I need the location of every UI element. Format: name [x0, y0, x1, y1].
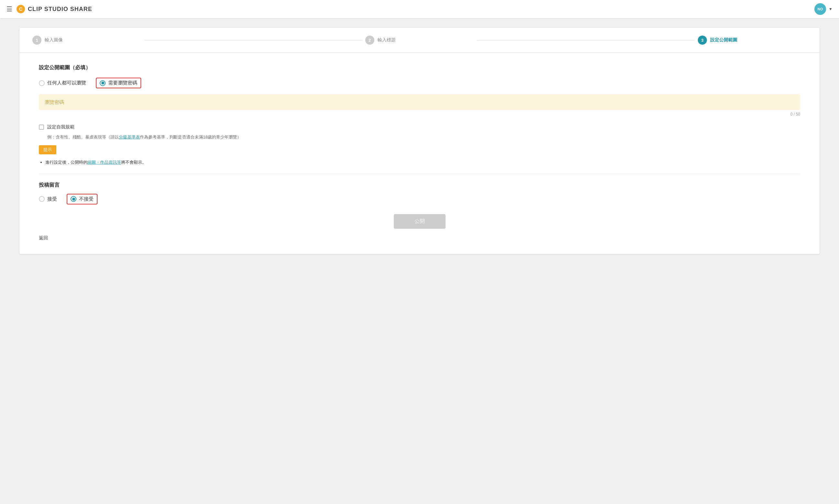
visibility-radio-group: 任何人都可以瀏覽 需要瀏覽密碼 — [39, 78, 800, 88]
header-right: NO ▼ — [815, 3, 833, 15]
step-1-label: 輸入圖像 — [45, 37, 63, 43]
step-2-label: 輸入標題 — [378, 37, 396, 43]
radio-accept-circle — [39, 196, 45, 202]
rating-link[interactable]: 分級基準表 — [119, 134, 140, 140]
step-3-label: 設定公開範圍 — [710, 37, 737, 43]
radio-password-circle — [100, 80, 106, 86]
step-divider-1 — [144, 40, 362, 40]
main-card: 1 輸入圖像 2 輸入標題 3 設定公開範圍 設定公開範圍（必填 — [19, 28, 820, 254]
bullet-after: 將不會顯示。 — [121, 160, 147, 165]
radio-reject-item[interactable]: 不接受 — [71, 196, 93, 202]
radio-accept-item[interactable]: 接受 — [39, 196, 57, 202]
desc-after: 作為參考基準，判斷是否適合未滿18歲的青少年瀏覽） — [140, 134, 241, 140]
step-2-circle: 2 — [365, 36, 374, 44]
publish-button[interactable]: 公開 — [394, 214, 446, 229]
radio-reject-label: 不接受 — [79, 196, 93, 202]
publish-btn-area: 公開 — [39, 214, 800, 229]
hint-item: 進行設定後，公開時的縮圖・作品資訊等將不會顯示。 — [45, 159, 800, 166]
radio-password-label: 需要瀏覽密碼 — [108, 80, 137, 86]
self-regulation-desc: 例：含有性、殘酷、暴虐表現等（請以分級基準表作為參考基準，判斷是否適合未滿18歲… — [47, 134, 800, 141]
bullet-before: 進行設定後，公開時的 — [45, 160, 87, 165]
self-regulation-checkbox[interactable] — [39, 125, 44, 130]
comments-title: 投稿留言 — [39, 182, 800, 188]
avatar[interactable]: NO — [815, 3, 826, 15]
radio-password-highlight: 需要瀏覽密碼 — [96, 78, 141, 88]
radio-reject-circle — [71, 196, 76, 202]
svg-text:C: C — [19, 6, 23, 12]
radio-reject-highlight: 不接受 — [67, 194, 98, 204]
thumbnail-link[interactable]: 縮圖・作品資訊等 — [87, 160, 121, 165]
step-bar: 1 輸入圖像 2 輸入標題 3 設定公開範圍 — [19, 28, 820, 53]
password-input[interactable] — [39, 94, 800, 110]
clip-studio-logo-icon: C — [16, 4, 25, 14]
logo-area: C CLIP STUDIO SHARE — [16, 4, 92, 14]
app-title: CLIP STUDIO SHARE — [28, 6, 92, 13]
comments-radio-group: 接受 不接受 — [39, 194, 800, 204]
radio-anyone-circle — [39, 80, 45, 86]
hint-list: 進行設定後，公開時的縮圖・作品資訊等將不會顯示。 — [45, 159, 800, 166]
menu-icon[interactable]: ☰ — [6, 5, 12, 13]
radio-accept-label: 接受 — [47, 196, 57, 202]
step-1: 1 輸入圖像 — [32, 36, 141, 44]
visibility-title: 設定公開範圍（必填） — [39, 65, 800, 71]
user-dropdown-arrow[interactable]: ▼ — [829, 7, 833, 11]
header: ☰ C CLIP STUDIO SHARE NO ▼ — [0, 0, 839, 18]
self-regulation-label: 設定自我規範 — [47, 124, 74, 130]
step-2: 2 輸入標題 — [365, 36, 474, 44]
hint-button[interactable]: 提示 — [39, 145, 56, 154]
self-regulation-row: 設定自我規範 — [39, 124, 800, 130]
char-count: 0 / 50 — [39, 112, 800, 116]
form-content: 設定公開範圍（必填） 任何人都可以瀏覽 需要瀏覽密碼 0 / 50 — [19, 53, 820, 254]
step-3-circle: 3 — [698, 36, 707, 44]
back-link[interactable]: 返回 — [39, 235, 48, 240]
main-content: 1 輸入圖像 2 輸入標題 3 設定公開範圍 設定公開範圍（必填 — [0, 18, 839, 264]
step-divider-2 — [477, 40, 695, 40]
radio-anyone-item[interactable]: 任何人都可以瀏覽 — [39, 80, 86, 86]
radio-anyone-label: 任何人都可以瀏覽 — [47, 80, 86, 86]
section-divider — [39, 174, 800, 174]
desc-before: 例：含有性、殘酷、暴虐表現等（請以 — [47, 134, 119, 140]
step-1-circle: 1 — [32, 36, 41, 44]
radio-password-item[interactable]: 需要瀏覽密碼 — [100, 80, 137, 86]
step-3: 3 設定公開範圍 — [698, 36, 807, 44]
